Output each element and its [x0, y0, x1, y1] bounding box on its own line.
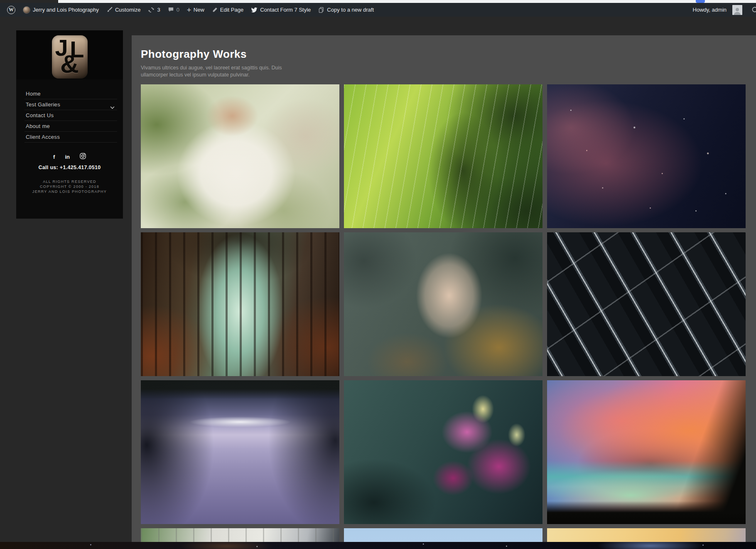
gallery-photo-3[interactable] — [547, 84, 746, 228]
sidebar-item-client-access[interactable]: Client Access — [25, 132, 117, 143]
nav-label-home: Home — [26, 91, 41, 97]
instagram-icon[interactable] — [80, 153, 86, 161]
plus-icon: + — [187, 6, 191, 13]
gallery-photo-10[interactable] — [141, 528, 339, 542]
copyright-line-2: COPYRIGHT © 2000 - 2018 — [16, 184, 123, 189]
search-icon[interactable] — [751, 6, 756, 15]
gallery-photo-7[interactable] — [141, 380, 339, 524]
twitter-bird-icon — [251, 7, 258, 13]
copyright-line-1: ALL RIGHTS RESERVED — [16, 179, 123, 184]
howdy-label: Howdy, admin — [693, 7, 727, 13]
updates-menu[interactable]: 3 — [144, 3, 164, 17]
customize-menu[interactable]: Customize — [103, 3, 144, 17]
gallery-photo-1[interactable] — [141, 84, 339, 228]
subtitle-line-1: Vivamus ultrices dui augue, vel laoreet … — [141, 64, 756, 71]
logo-block: J L & — [16, 30, 123, 79]
page-subtitle: Vivamus ultrices dui augue, vel laoreet … — [141, 64, 756, 79]
gallery-photo-9[interactable] — [547, 380, 746, 524]
update-arrows-icon — [148, 7, 155, 13]
updates-count: 3 — [157, 7, 160, 13]
cf7-style-menu[interactable]: Contact Form 7 Style — [247, 3, 314, 17]
copyright-notice: ALL RIGHTS RESERVED COPYRIGHT © 2000 - 2… — [16, 179, 123, 194]
facebook-icon[interactable]: f — [53, 154, 55, 160]
sidebar-item-contact-us[interactable]: Contact Us — [25, 110, 117, 121]
sidebar-nav: Home Test Galleries Contact Us About me … — [16, 79, 123, 143]
edit-page-label: Edit Page — [220, 7, 243, 13]
comment-bubble-icon — [168, 7, 174, 13]
comments-menu[interactable]: 0 — [164, 3, 183, 17]
site-name-menu[interactable]: Jerry and Lois Photography — [19, 3, 103, 17]
photo-gallery-grid — [141, 84, 746, 542]
new-label: New — [194, 7, 204, 13]
wp-admin-bar: W Jerry and Lois Photography Customize 3… — [0, 3, 756, 17]
edit-page-menu[interactable]: Edit Page — [208, 3, 247, 17]
nav-label-test-galleries: Test Galleries — [26, 101, 60, 108]
sidebar-footer: f in Call us: +1.425.417.0510 ALL RIGHTS… — [16, 153, 123, 194]
wp-logo-menu[interactable]: W — [3, 3, 19, 17]
sidebar-item-home[interactable]: Home — [25, 89, 117, 99]
sidebar: J L & Home Test Galleries Contact Us Abo… — [16, 30, 123, 219]
pencil-icon — [212, 7, 218, 13]
customize-label: Customize — [115, 7, 140, 13]
my-account-menu[interactable]: Howdy, admin — [689, 3, 746, 17]
page-title: Photography Works — [141, 48, 756, 61]
gallery-photo-2[interactable] — [344, 84, 542, 228]
new-content-menu[interactable]: + New — [183, 3, 208, 17]
cf7-style-label: Contact Form 7 Style — [260, 7, 311, 13]
gallery-photo-12[interactable] — [547, 528, 746, 542]
main-content: Photography Works Vivamus ultrices dui a… — [132, 35, 756, 542]
site-favicon-icon — [23, 6, 30, 14]
site-logo[interactable]: J L & — [52, 35, 88, 79]
copy-draft-menu[interactable]: Copy to a new draft — [314, 3, 378, 17]
admin-bar-right-group: Howdy, admin — [689, 3, 756, 17]
nav-label-contact-us: Contact Us — [26, 112, 54, 118]
gallery-photo-4[interactable] — [141, 232, 339, 376]
logo-ampersand: & — [60, 51, 79, 77]
nav-label-client-access: Client Access — [26, 134, 60, 140]
copy-pages-icon — [318, 7, 324, 13]
comments-count: 0 — [177, 7, 179, 13]
phone-number[interactable]: Call us: +1.425.417.0510 — [16, 165, 123, 170]
browser-chrome-strip — [58, 0, 756, 3]
copy-draft-label: Copy to a new draft — [327, 7, 374, 13]
avatar — [732, 5, 742, 15]
nav-label-about-me: About me — [26, 123, 50, 129]
copyright-line-3: JERRY AND LOIS PHOTOGRAPHY — [16, 189, 123, 194]
wordpress-logo-icon: W — [7, 6, 15, 14]
gallery-photo-11[interactable] — [344, 528, 542, 542]
site-name-label: Jerry and Lois Photography — [33, 7, 99, 13]
subtitle-line-2: ullamcorper lectus vel ipsum vulputate p… — [141, 71, 756, 79]
linkedin-icon[interactable]: in — [65, 154, 70, 160]
browser-bookmark-chip — [696, 0, 705, 3]
sidebar-item-test-galleries[interactable]: Test Galleries — [25, 99, 117, 110]
footer-background-image-strip — [0, 542, 756, 549]
gallery-photo-5[interactable] — [344, 232, 542, 376]
admin-bar-left-group: W Jerry and Lois Photography Customize 3… — [0, 3, 378, 17]
sidebar-item-about-me[interactable]: About me — [25, 121, 117, 132]
paintbrush-icon — [106, 7, 113, 13]
social-links: f in — [16, 153, 123, 160]
gallery-photo-8[interactable] — [344, 380, 542, 524]
gallery-photo-6[interactable] — [547, 232, 746, 376]
